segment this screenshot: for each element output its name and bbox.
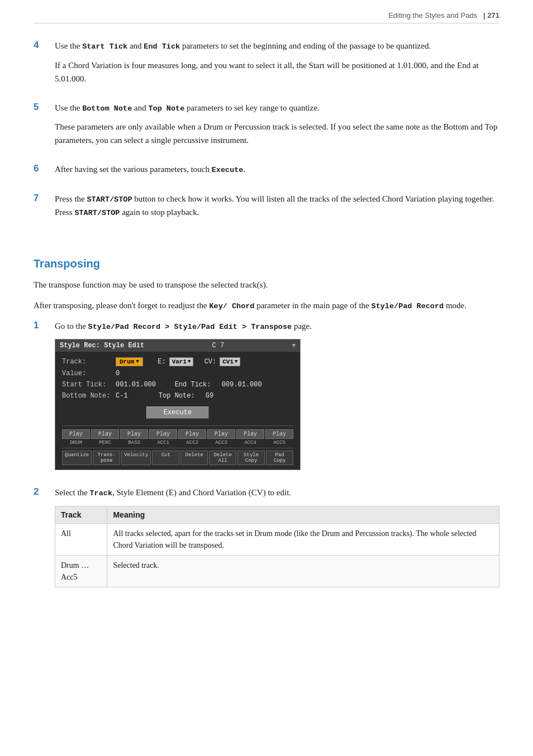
func-btn-cut[interactable]: Cut [152,451,179,465]
section-heading: Transposing [34,257,499,270]
func-btn-transpose[interactable]: Trans-pose [93,451,120,465]
style-pad-record-term: Style/Pad Record [372,302,444,310]
section-step-1-para: Go to the Style/Pad Record > Style/Pad E… [55,319,499,333]
bottom-note-val: C-1 [116,392,128,400]
value-row: Value: 0 [62,370,293,377]
end-tick-label: End Tick: [175,381,211,389]
track-btn-acc2[interactable]: Play [178,429,206,439]
track-buttons-row: Play Play Play Play Play Play Play Play [62,425,293,439]
transposing-section: Transposing The transpose function may b… [34,257,499,587]
track-dropdown-arrow: ▼ [136,359,139,365]
table-cell-all-track: All [55,524,107,556]
track-btn-bass[interactable]: Play [120,429,148,439]
start-tick-val: 001.01.000 [116,381,156,389]
titlebar-right: ▼ [292,342,296,349]
track-btn-drum[interactable]: Play [62,429,90,439]
e-dropdown[interactable]: Var1 ▼ [169,357,194,366]
track-label-drum: DRUM [62,440,90,446]
page-header: Editing the Styles and Pads | 271 [34,11,499,23]
execute-button[interactable]: Execute [146,406,209,419]
func-btn-delete[interactable]: Delete [180,451,208,465]
track-labels-row: DRUM PERC BASS ACC1 ACC2 ACC3 ACC4 ACC5 [62,440,293,446]
table-cell-drum-acc5-track: Drum … Acc5 [55,556,107,587]
section-step-2-number: 2 [34,486,45,588]
track-label-perc: PERC [91,440,119,446]
intro-para-1: The transpose function may be used to tr… [34,278,499,292]
cv-dropdown[interactable]: CV1 ▼ [220,357,240,366]
cv-dropdown-arrow: ▼ [235,359,237,365]
step-7-content: Press the START/STOP button to check how… [55,192,499,225]
device-titlebar: Style Rec: Style Edit C 7 ▼ [55,339,300,352]
section-step-2: 2 Select the Track, Style Element (E) an… [34,486,499,588]
func-btn-style-copy[interactable]: StyleCopy [237,451,265,465]
step-5-number: 5 [34,101,45,153]
track-term: Track [89,489,112,497]
intro-para-2: After transposing, please don't forget t… [34,299,499,313]
section-step-1-number: 1 [34,319,45,476]
header-text: Editing the Styles and Pads [388,11,477,20]
key-chord-term: Key/ Chord [209,302,254,310]
step-6-content: After having set the various parameters,… [55,162,499,182]
note-row: Bottom Note: C-1 Top Note: G9 [62,392,293,400]
track-value: Drum [120,358,134,365]
func-btn-quantize[interactable]: Quantize [62,451,92,465]
track-label-acc3: ACC3 [207,440,235,446]
track-btn-acc4[interactable]: Play [236,429,264,439]
step-6-para-1: After having set the various parameters,… [55,162,499,176]
device-screenshot: Style Rec: Style Edit C 7 ▼ Track: Drum … [55,339,301,470]
step-7: 7 Press the START/STOP button to check h… [34,192,499,225]
step-4-content: Use the Start Tick and End Tick paramete… [55,39,499,91]
track-label-bass: BASS [120,440,148,446]
table-header-track: Track [55,506,107,524]
cv-value: CV1 [222,358,234,365]
e-value: Var1 [172,358,187,365]
start-tick-term: Start Tick [82,42,127,51]
track-btn-acc3[interactable]: Play [207,429,235,439]
nav-path-term: Style/Pad Record > Style/Pad Edit > Tran… [88,323,292,331]
track-label-acc5: ACC5 [265,440,293,446]
titlebar-center: C 7 [212,342,225,350]
track-label-acc4: ACC4 [236,440,264,446]
table-header-meaning: Meaning [107,506,499,524]
section-step-2-para: Select the Track, Style Element (E) and … [55,486,499,500]
track-row: Track: Drum ▼ E: Var1 ▼ CV: [62,357,293,366]
func-btn-velocity[interactable]: Velocity [121,451,151,465]
section-step-2-content: Select the Track, Style Element (E) and … [55,486,499,588]
table-cell-drum-acc5-meaning: Selected track. [107,556,499,587]
step-5: 5 Use the Bottom Note and Top Note param… [34,101,499,153]
step-5-content: Use the Bottom Note and Top Note paramet… [55,101,499,153]
top-note-label: Top Note: [159,392,195,400]
titlebar-left: Style Rec: Style Edit [60,342,144,350]
start-stop-term-1: START/STOP [87,195,132,204]
track-btn-acc1[interactable]: Play [149,429,177,439]
section-step-1-content: Go to the Style/Pad Record > Style/Pad E… [55,319,499,476]
track-btn-perc[interactable]: Play [91,429,119,439]
start-tick-label: Start Tick: [62,381,112,389]
table-cell-all-meaning: All tracks selected, apart for the track… [107,524,499,556]
func-buttons-row: Quantize Trans-pose Velocity Cut Delete … [62,448,293,465]
step-5-para-1: Use the Bottom Note and Top Note paramet… [55,101,499,115]
step-6-number: 6 [34,162,45,182]
step-6: 6 After having set the various parameter… [34,162,499,182]
track-btn-acc5[interactable]: Play [265,429,293,439]
section-step-1: 1 Go to the Style/Pad Record > Style/Pad… [34,319,499,476]
tick-row: Start Tick: 001.01.000 End Tick: 009.01.… [62,381,293,389]
track-label-acc2: ACC2 [178,440,206,446]
table-row-all: All All tracks selected, apart for the t… [55,524,499,556]
track-label: Track: [62,358,112,366]
bottom-note-term: Bottom Note [82,104,132,113]
func-btn-pad-copy[interactable]: PadCopy [266,451,293,465]
table-row-drum-acc5: Drum … Acc5 Selected track. [55,556,499,587]
bottom-note-label: Bottom Note: [62,392,112,400]
func-btn-delete-all[interactable]: DeleteAll [209,451,236,465]
page-number: | 271 [483,11,499,20]
step-4-number: 4 [34,39,45,91]
start-stop-term-2: START/STOP [74,209,120,217]
steps-top-section: 4 Use the Start Tick and End Tick parame… [34,39,499,225]
top-note-val: G9 [206,392,213,400]
end-tick-term: End Tick [144,42,180,51]
value-val: 0 [116,370,120,377]
track-dropdown[interactable]: Drum ▼ [116,357,143,366]
execute-term: Execute [212,166,244,174]
cv-label: CV: [204,358,217,366]
